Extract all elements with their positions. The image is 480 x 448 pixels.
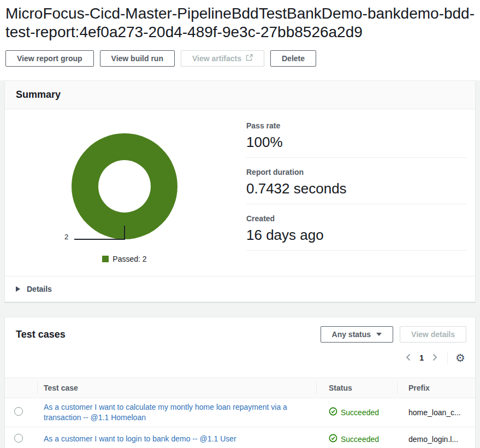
report-toolbar: View report group View build run View ar…: [5, 50, 476, 67]
test-cases-title: Test cases: [16, 326, 66, 340]
stat-report-duration-label: Report duration: [246, 168, 466, 176]
delete-button[interactable]: Delete: [270, 50, 316, 67]
tools-divider: [447, 351, 448, 364]
success-check-icon: [329, 434, 337, 445]
status-column-header: Status: [316, 384, 397, 392]
page-title: MicroFocus-Cicd-Master-PipelineBddTestBa…: [5, 4, 476, 42]
stat-pass-rate-label: Pass rate: [246, 121, 466, 130]
status-cell: Succeeded: [316, 407, 397, 418]
table-row: As a customer I want to login to bank de…: [5, 427, 475, 448]
status-filter-dropdown[interactable]: Any status: [321, 326, 394, 343]
test-case-column-header: Test case: [37, 384, 316, 392]
row-radio-button[interactable]: [14, 434, 23, 443]
test-cases-actions: Any status View details: [321, 326, 466, 343]
donut-callout-line-horizontal: [74, 239, 125, 240]
success-check-icon: [329, 407, 337, 418]
pagination-bar: 1 ⚙: [5, 343, 475, 378]
test-cases-header: Test cases Any status View details: [5, 317, 475, 343]
chevron-right-icon: [431, 353, 438, 363]
details-label: Details: [27, 285, 52, 293]
summary-title: Summary: [16, 89, 464, 101]
table-header-row: Test case Status Prefix: [5, 378, 475, 398]
next-page-button: [429, 352, 441, 364]
stat-created-value: 16 days ago: [246, 227, 466, 243]
prefix-cell: home_loan_c...: [397, 408, 475, 417]
summary-stats: Pass rate 100% Report duration 0.7432 se…: [245, 109, 475, 276]
gear-icon: ⚙: [455, 351, 465, 364]
stat-pass-rate: Pass rate 100%: [246, 121, 466, 158]
expand-triangle-icon: [16, 286, 20, 292]
prefix-column-header: Prefix: [397, 384, 475, 392]
row-select-cell: [5, 407, 37, 418]
view-artifacts-button: View artifacts: [181, 50, 264, 67]
summary-card: Summary 2 Passed: 2 Pass rate 100% Repor…: [4, 80, 476, 302]
stat-created: Created 16 days ago: [246, 214, 466, 251]
stat-created-label: Created: [246, 214, 466, 223]
stat-pass-rate-value: 100%: [246, 134, 466, 150]
view-details-button: View details: [400, 326, 466, 343]
donut-passed-segment: [72, 133, 177, 239]
stat-report-duration: Report duration 0.7432 seconds: [246, 168, 466, 204]
table-row: As a customer I want to calculate my mon…: [5, 398, 475, 427]
view-artifacts-label: View artifacts: [192, 54, 241, 63]
status-filter-value: Any status: [332, 330, 371, 339]
legend-passed-swatch: [102, 256, 109, 262]
prefix-value: home_loan_c...: [408, 408, 461, 417]
test-cases-table: Test case Status Prefix As a customer I …: [5, 378, 475, 448]
view-report-group-button[interactable]: View report group: [5, 50, 94, 67]
prefix-cell: demo_login.l...: [397, 434, 475, 444]
row-radio-button[interactable]: [14, 407, 23, 416]
status-badge: Succeeded: [341, 435, 379, 444]
external-link-icon: [246, 54, 253, 63]
status-cell: Succeeded: [316, 434, 397, 445]
stat-report-duration-value: 0.7432 seconds: [246, 180, 466, 197]
test-case-link[interactable]: As a customer I want to calculate my mon…: [44, 398, 316, 427]
donut-callout-value: 2: [64, 233, 68, 241]
chevron-down-icon: [376, 333, 382, 336]
prefix-value: demo_login.l...: [408, 435, 458, 444]
details-expander[interactable]: Details: [5, 276, 475, 302]
row-select-cell: [5, 434, 37, 445]
table-settings-button[interactable]: ⚙: [454, 352, 466, 363]
donut-hole: [98, 160, 151, 213]
status-badge: Succeeded: [341, 408, 379, 417]
page-number[interactable]: 1: [419, 353, 424, 362]
test-case-link[interactable]: As a customer I want to login to bank de…: [44, 430, 236, 448]
previous-page-button: [402, 352, 414, 364]
test-case-cell: As a customer I want to login to bank de…: [37, 430, 316, 448]
legend-passed-label: Passed: 2: [112, 255, 146, 263]
chart-legend: Passed: 2: [72, 255, 177, 263]
chevron-left-icon: [405, 353, 412, 363]
view-build-run-button[interactable]: View build run: [100, 50, 175, 67]
summary-card-header: Summary: [5, 81, 475, 109]
donut-callout-line-vertical: [124, 226, 125, 240]
test-cases-card: Test cases Any status View details 1 ⚙: [4, 317, 476, 448]
page-header: MicroFocus-Cicd-Master-PipelineBddTestBa…: [0, 0, 480, 80]
test-case-cell: As a customer I want to calculate my mon…: [37, 398, 316, 427]
summary-body: 2 Passed: 2 Pass rate 100% Report durati…: [5, 109, 475, 276]
pass-rate-donut-chart: 2 Passed: 2: [5, 109, 245, 276]
